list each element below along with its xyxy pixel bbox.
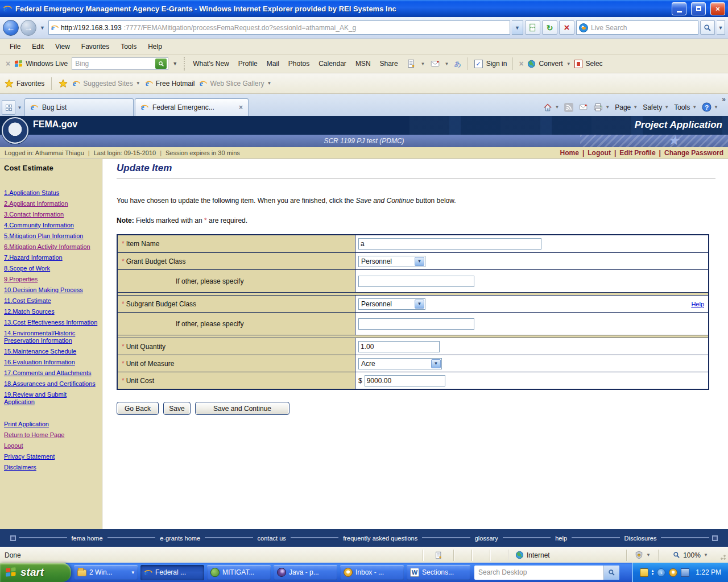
sidebar-item[interactable]: 11.Cost Estimate: [4, 297, 98, 305]
input-if-other-please-specify[interactable]: [358, 318, 474, 330]
grid-icon[interactable]: [431, 59, 440, 68]
input-unit-cost[interactable]: [365, 375, 445, 386]
start-button[interactable]: start: [0, 563, 71, 582]
tab-list-dropdown[interactable]: ▼: [16, 100, 23, 115]
sidebar-item[interactable]: 14.Environmental/Historic Preservation I…: [4, 330, 98, 344]
live-link-photos[interactable]: Photos: [288, 60, 309, 68]
tab-close-icon[interactable]: ×: [239, 103, 243, 111]
sidebar-item[interactable]: 13.Cost Effectiveness Information: [4, 319, 98, 326]
close-button[interactable]: ×: [710, 2, 725, 15]
grid-dropdown[interactable]: ▼: [445, 61, 449, 66]
convert-link[interactable]: Convert: [539, 60, 563, 68]
header-link-edit-profile[interactable]: Edit Profile: [619, 149, 655, 157]
live-link-mail[interactable]: Mail: [267, 60, 279, 68]
taskbar-button-java-p-[interactable]: Java - p...: [274, 565, 337, 580]
sidebar-footer-link[interactable]: Return to Home Page: [4, 431, 98, 439]
favorites-item-free-hotmail[interactable]: Free Hotmail: [145, 80, 195, 88]
sidebar-footer-link[interactable]: Privacy Statement: [4, 453, 98, 460]
sidebar-item[interactable]: 15.Maintenance Schedule: [4, 348, 98, 355]
safety-menu[interactable]: Safety▼: [643, 103, 669, 111]
favorites-item-suggested-sites[interactable]: Suggested Sites ▼: [72, 80, 140, 88]
map-icon[interactable]: [407, 59, 416, 68]
menu-tools[interactable]: Tools: [115, 40, 142, 53]
help-link[interactable]: Help: [691, 301, 704, 307]
bing-search-dropdown[interactable]: ▼: [172, 61, 177, 66]
taskbar-button-federal-[interactable]: Federal ...: [140, 565, 204, 580]
sidebar-item[interactable]: 19.Review and Submit Application: [4, 391, 98, 406]
sidebar-item[interactable]: 18.Assurances and Certifications: [4, 380, 98, 388]
home-button[interactable]: ▼: [543, 103, 559, 112]
sidebar-item[interactable]: 17.Comments and Attachments: [4, 369, 98, 377]
minimize-button[interactable]: [672, 2, 686, 15]
live-link-share[interactable]: Share: [380, 60, 398, 68]
input-if-other-please-specify[interactable]: [358, 276, 474, 287]
print-button[interactable]: ▼: [593, 102, 610, 112]
page-menu[interactable]: Page▼: [615, 103, 638, 111]
zoom-control[interactable]: 100% ▼: [661, 549, 720, 562]
quick-tabs-button[interactable]: [2, 100, 15, 115]
select-unit-of-measure[interactable]: Acre▼: [358, 358, 442, 369]
convert-close-icon[interactable]: ×: [519, 59, 523, 68]
favorites-button[interactable]: Favorites: [5, 79, 44, 88]
bing-search-button[interactable]: [155, 59, 167, 69]
footer-link-disclosures[interactable]: Disclosures: [623, 535, 659, 542]
header-link-home[interactable]: Home: [560, 149, 579, 157]
live-link-msn[interactable]: MSN: [355, 60, 371, 68]
go-back-button[interactable]: Go Back: [117, 402, 159, 415]
sidebar-item[interactable]: 9.Properties: [4, 276, 98, 283]
menu-view[interactable]: View: [50, 40, 75, 53]
live-link-profile[interactable]: Profile: [238, 60, 258, 68]
sidebar-item[interactable]: 10.Decision Making Process: [4, 286, 98, 294]
menu-favorites[interactable]: Favorites: [76, 40, 114, 53]
search-icon[interactable]: [603, 566, 619, 580]
sidebar-item[interactable]: 7.Hazard Information: [4, 254, 98, 261]
header-link-change-password[interactable]: Change Password: [664, 149, 723, 157]
history-dropdown[interactable]: ▼: [38, 25, 47, 31]
sidebar-item[interactable]: 4.Community Information: [4, 222, 98, 229]
tray-expand-icons[interactable]: ▴▾: [652, 569, 654, 576]
footer-link-e-grants-home[interactable]: e-grants home: [158, 535, 202, 542]
footer-link-fema-home[interactable]: fema home: [70, 535, 105, 542]
input-item-name[interactable]: [358, 238, 541, 250]
footer-link-contact-us[interactable]: contact us: [256, 535, 288, 542]
select-link[interactable]: Selec: [586, 60, 603, 68]
sidebar-item[interactable]: 12.Match Sources: [4, 308, 98, 315]
resize-grip[interactable]: [720, 549, 728, 562]
translate-icon[interactable]: あ: [454, 59, 461, 69]
compatibility-view-button[interactable]: [525, 20, 540, 35]
search-icon[interactable]: [700, 20, 715, 35]
taskbar-button-2-win-[interactable]: 2 Win...▾: [74, 565, 138, 580]
menu-edit[interactable]: Edit: [27, 40, 49, 53]
rss-icon[interactable]: [564, 103, 573, 112]
live-link-what-s-new[interactable]: What's New: [193, 60, 229, 68]
sign-in-link[interactable]: Sign in: [486, 60, 507, 68]
taskbar-button-sections-[interactable]: WSections...: [407, 565, 470, 580]
add-favorite-icon[interactable]: [59, 79, 68, 88]
header-link-logout[interactable]: Logout: [588, 149, 611, 157]
back-button[interactable]: ←: [3, 20, 19, 36]
menu-file[interactable]: File: [5, 40, 26, 53]
address-dropdown[interactable]: ▼: [512, 20, 523, 35]
tab-bug-list[interactable]: Bug List: [24, 98, 134, 116]
footer-link-frequently-asked-questions[interactable]: frequently asked questions: [341, 535, 419, 542]
sidebar-item[interactable]: 16.Evaluation Information: [4, 359, 98, 366]
select-grant-budget-class[interactable]: Personnel▼: [358, 256, 425, 267]
java-tray-icon[interactable]: [640, 568, 648, 577]
sidebar-item[interactable]: 5.Mitigation Plan Information: [4, 232, 98, 240]
taskbar-button-mitigat-[interactable]: MITIGAT...: [207, 565, 271, 580]
fema-logo[interactable]: FEMA.gov: [33, 119, 77, 130]
save-and-continue-button[interactable]: Save and Continue: [195, 402, 289, 415]
hide-icons-button[interactable]: ‹: [657, 568, 665, 577]
menu-help[interactable]: Help: [143, 40, 167, 53]
save-button[interactable]: Save: [163, 402, 191, 415]
taskbar-button-inbox-[interactable]: Inbox - ...: [340, 565, 404, 580]
map-dropdown[interactable]: ▼: [421, 61, 425, 66]
protected-mode-button[interactable]: ▼: [629, 549, 656, 562]
sidebar-item[interactable]: 2.Applicant Information: [4, 200, 98, 207]
outlook-tray-icon[interactable]: [669, 568, 677, 577]
sidebar-footer-link[interactable]: Logout: [4, 442, 98, 450]
search-desktop-input[interactable]: Search Desktop: [474, 566, 619, 580]
bing-search-input[interactable]: Bing: [72, 57, 168, 70]
input-unit-quantity[interactable]: [358, 341, 440, 352]
forward-button[interactable]: →: [20, 20, 36, 36]
